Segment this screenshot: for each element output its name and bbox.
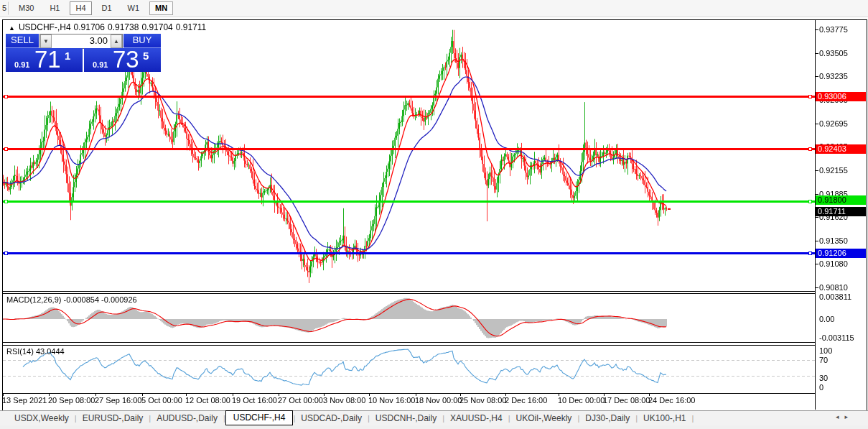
level-line-0.918[interactable] [3, 200, 815, 203]
time-axis-label: 19 Oct 16:00 [232, 396, 277, 405]
macd-axis-label: 0.00 [819, 315, 834, 323]
price-marker-0.92403: 0.92403 [816, 144, 866, 154]
level-anchor[interactable] [4, 147, 8, 151]
ohlc-low: 0.91704 [141, 22, 172, 32]
tab-scroll-arrows: ◂▸ [836, 413, 854, 420]
tab-dj30-daily[interactable]: DJ30-,Daily [579, 412, 635, 424]
price-marker-0.91800: 0.91800 [816, 195, 866, 205]
price-tick-mark [815, 170, 818, 171]
tab-usdcnh-daily[interactable]: USDCNH-,Daily [370, 412, 442, 424]
time-axis-label: 5 Oct 00:00 [141, 396, 182, 405]
volume-stepper: ▼ 3.00 ▲ [39, 34, 123, 49]
price-tick-label: 0.91350 [819, 236, 848, 245]
timeframe-button-h1[interactable]: H1 [44, 1, 65, 15]
mt4-terminal: 5M30H1H4D1W1MN ▲USDCHF-,H40.917060.91738… [0, 0, 868, 429]
time-axis-label: 10 Nov 16:00 [368, 396, 415, 405]
level-line-0.91206[interactable] [3, 252, 815, 254]
buy-button[interactable]: BUY [123, 34, 161, 49]
tab-ukoil-weekly[interactable]: UKOil-,Weekly [510, 412, 578, 424]
price-tick-label: 0.90810 [819, 283, 848, 292]
tab-usdchf-h4[interactable]: USDCHF-,H4 [225, 410, 294, 425]
rsi-axis-label: 70 [819, 356, 828, 364]
tab-uk100-h1[interactable]: UK100-,H1 [638, 412, 691, 424]
time-axis-label: 17 Dec 08:00 [603, 396, 650, 405]
level-anchor[interactable] [808, 147, 812, 151]
price-tick-mark [815, 29, 818, 30]
level-line-0.92403[interactable] [3, 148, 815, 150]
price-marker-0.91711: 0.91711 [816, 207, 866, 216]
level-anchor[interactable] [808, 252, 812, 255]
price-tick-mark [815, 76, 818, 77]
level-anchor[interactable] [4, 252, 8, 255]
timeframe-button-mn[interactable]: MN [149, 1, 173, 15]
price-marker-0.91206: 0.91206 [816, 249, 866, 258]
buy-price-pip: 5 [143, 50, 149, 62]
volume-input[interactable]: 3.00 [52, 34, 111, 48]
time-axis-label: 10 Dec 00:00 [558, 396, 605, 405]
price-tick-mark [815, 217, 818, 218]
ohlc-high: 0.91738 [108, 22, 139, 32]
tab-usdx-weekly[interactable]: USDX,Weekly [9, 412, 75, 424]
timeframe-button-h4[interactable]: H4 [70, 1, 91, 15]
timeframe-button-d1[interactable]: D1 [96, 1, 118, 15]
rsi-axis-label: 30 [819, 374, 828, 382]
timeframe-button-w1[interactable]: W1 [122, 1, 146, 15]
price-tick-label: 0.92155 [819, 166, 848, 175]
tab-divider: | [691, 414, 694, 423]
price-tick-label: 0.93505 [819, 49, 848, 57]
price-tick-mark [815, 124, 818, 124]
sell-button[interactable]: SELL [6, 34, 39, 49]
time-axis-label: 27 Oct 00:00 [278, 396, 323, 405]
collapse-icon[interactable]: ▲ [9, 24, 15, 32]
buy-price-prefix: 0.91 [93, 60, 108, 69]
level-anchor[interactable] [808, 95, 812, 98]
main-pane-bottom-border [3, 291, 815, 292]
time-axis-label: 25 Nov 08:00 [459, 396, 506, 405]
rsi-axis-label: 0 [819, 383, 823, 392]
volume-decrease-button[interactable]: ▼ [40, 34, 52, 48]
time-axis-label: 18 Nov 00:00 [415, 396, 462, 405]
sell-price-pip: 1 [65, 50, 70, 62]
time-axis-label: 12 Oct 08:00 [185, 396, 230, 405]
tab-eurusd-daily[interactable]: EURUSD-,Daily [77, 412, 149, 424]
one-click-trading-panel: SELL ▼ 3.00 ▲ BUY 0.91 71 1 0.91 73 5 [6, 34, 161, 72]
buy-price-big: 73 [113, 48, 139, 72]
timeframe-toolbar: 5M30H1H4D1W1MN [0, 0, 868, 17]
tab-scroll-right-icon[interactable]: ▸ [844, 413, 854, 420]
rsi-pane-top-border [3, 345, 815, 346]
price-tick-mark [815, 264, 818, 264]
time-axis-label: 2 Dec 16:00 [505, 396, 547, 405]
level-anchor[interactable] [808, 200, 812, 203]
price-tick-label: 0.93775 [819, 25, 848, 34]
rsi-axis-label: 100 [819, 346, 832, 355]
buy-quote[interactable]: 0.91 73 5 [84, 48, 161, 72]
time-axis-label: 13 Sep 2021 [2, 396, 47, 405]
price-tick-mark [815, 241, 818, 241]
chart-window [2, 19, 867, 411]
rsi-pane-bottom-border [3, 393, 815, 394]
time-axis-label: 24 Dec 16:00 [648, 396, 695, 405]
tab-usdcad-daily[interactable]: USDCAD-,Daily [295, 412, 368, 424]
tab-scroll-left-icon[interactable]: ◂ [836, 413, 845, 420]
price-tick-mark [815, 194, 818, 195]
tab-xauusd-h4[interactable]: XAUUSD-,H4 [444, 412, 508, 424]
sell-quote[interactable]: 0.91 71 1 [6, 48, 83, 72]
price-marker-0.93006: 0.93006 [816, 92, 866, 101]
tab-audusd-daily[interactable]: AUDUSD-,Daily [151, 412, 223, 424]
timeframe-button-5[interactable]: 5 [0, 1, 9, 15]
volume-increase-button[interactable]: ▲ [111, 34, 122, 48]
price-tick-label: 0.91080 [819, 259, 848, 268]
price-tick-label: 0.92695 [819, 119, 848, 128]
ohlc-open: 0.91706 [74, 22, 105, 32]
chart-tabs-bar: USDX,Weekly|EURUSD-,Daily|AUDUSD-,Daily|… [0, 410, 868, 425]
sell-price-prefix: 0.91 [14, 60, 29, 69]
chart-symbol-period: USDCHF-,H4 [19, 22, 71, 32]
timeframe-button-m30[interactable]: M30 [13, 1, 39, 15]
time-axis-label: 20 Sep 08:00 [48, 396, 95, 405]
time-axis-label: 27 Sep 16:00 [95, 396, 141, 405]
level-anchor[interactable] [4, 95, 8, 98]
rsi-indicator-label: RSI(14) 43.0444 [6, 347, 65, 356]
price-tick-label: 0.93235 [819, 72, 848, 80]
level-anchor[interactable] [4, 200, 8, 203]
level-line-0.93006[interactable] [3, 96, 815, 98]
